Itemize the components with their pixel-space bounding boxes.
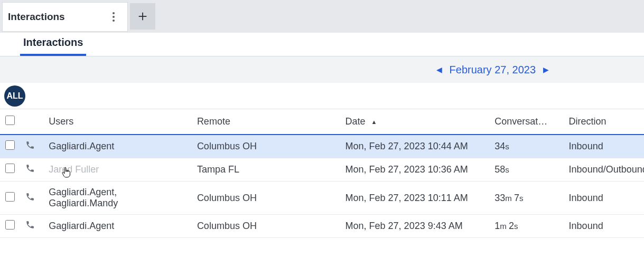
cell-duration: 1m 2s bbox=[490, 215, 564, 238]
date-next-icon[interactable]: ▶ bbox=[543, 65, 549, 74]
phone-icon bbox=[21, 158, 44, 182]
cell-direction: Inbound/Outbound bbox=[565, 158, 644, 182]
row-checkbox[interactable] bbox=[5, 164, 15, 173]
header-conversation[interactable]: Conversat… bbox=[490, 109, 564, 135]
cell-direction: Inbound bbox=[565, 215, 644, 238]
interactions-table: Users Remote Date ▲ Conversat… Direction… bbox=[0, 109, 644, 238]
row-checkbox-cell bbox=[0, 158, 21, 182]
add-tab-button[interactable] bbox=[130, 3, 155, 30]
date-prev-icon[interactable]: ◀ bbox=[436, 65, 442, 74]
cell-date: Mon, Feb 27, 2023 9:43 AM bbox=[341, 215, 491, 238]
plus-icon bbox=[137, 11, 148, 22]
header-checkbox-cell bbox=[0, 109, 21, 135]
cell-direction: Inbound bbox=[565, 182, 644, 215]
row-checkbox-cell bbox=[0, 135, 21, 158]
table-row[interactable]: Gagliardi.Agent, Gagliardi.MandyColumbus… bbox=[0, 182, 644, 215]
tab-strip: Interactions bbox=[0, 0, 644, 33]
select-all-checkbox[interactable] bbox=[5, 116, 15, 125]
filter-all-badge[interactable]: ALL bbox=[4, 85, 25, 107]
table-row[interactable]: Jared FullerTampa FLMon, Feb 27, 2023 10… bbox=[0, 158, 644, 182]
cell-date: Mon, Feb 27, 2023 10:44 AM bbox=[341, 135, 491, 158]
date-current[interactable]: February 27, 2023 bbox=[450, 64, 536, 76]
row-checkbox[interactable] bbox=[5, 220, 15, 230]
date-navigator-bar: ◀ February 27, 2023 ▶ bbox=[0, 56, 644, 83]
phone-icon bbox=[21, 215, 44, 238]
row-checkbox[interactable] bbox=[5, 192, 15, 202]
header-icon-cell bbox=[21, 109, 44, 135]
table-row[interactable]: Gagliardi.AgentColumbus OHMon, Feb 27, 2… bbox=[0, 135, 644, 158]
filter-bar: ALL bbox=[0, 83, 644, 109]
row-checkbox-cell bbox=[0, 182, 21, 215]
cell-duration: 58s bbox=[490, 158, 564, 182]
phone-icon bbox=[21, 182, 44, 215]
header-date-label: Date bbox=[346, 116, 366, 127]
row-checkbox[interactable] bbox=[5, 140, 15, 150]
tab-interactions[interactable]: Interactions bbox=[2, 2, 128, 32]
header-date[interactable]: Date ▲ bbox=[341, 109, 491, 135]
cell-remote: Tampa FL bbox=[193, 158, 341, 182]
table-header-row: Users Remote Date ▲ Conversat… Direction bbox=[0, 109, 644, 135]
cell-users: Jared Fuller bbox=[44, 158, 193, 182]
cell-users: Gagliardi.Agent bbox=[44, 215, 193, 238]
cell-duration: 33m 7s bbox=[490, 182, 564, 215]
date-navigator: ◀ February 27, 2023 ▶ bbox=[436, 64, 549, 76]
cell-users: Gagliardi.Agent, Gagliardi.Mandy bbox=[44, 182, 193, 215]
header-users[interactable]: Users bbox=[44, 109, 193, 135]
sub-nav: Interactions bbox=[0, 33, 644, 56]
tab-menu-icon[interactable] bbox=[107, 11, 120, 23]
cell-date: Mon, Feb 27, 2023 10:36 AM bbox=[341, 158, 491, 182]
cell-remote: Columbus OH bbox=[193, 182, 341, 215]
subtab-interactions[interactable]: Interactions bbox=[20, 32, 86, 56]
cell-date: Mon, Feb 27, 2023 10:11 AM bbox=[341, 182, 491, 215]
header-remote[interactable]: Remote bbox=[193, 109, 341, 135]
tab-title: Interactions bbox=[8, 11, 65, 23]
cell-remote: Columbus OH bbox=[193, 135, 341, 158]
cell-users: Gagliardi.Agent bbox=[44, 135, 193, 158]
cell-direction: Inbound bbox=[565, 135, 644, 158]
cell-duration: 34s bbox=[490, 135, 564, 158]
phone-icon bbox=[21, 135, 44, 158]
row-checkbox-cell bbox=[0, 215, 21, 238]
header-direction[interactable]: Direction bbox=[565, 109, 644, 135]
sort-asc-icon: ▲ bbox=[371, 119, 377, 125]
table-row[interactable]: Gagliardi.AgentColumbus OHMon, Feb 27, 2… bbox=[0, 215, 644, 238]
cell-remote: Columbus OH bbox=[193, 215, 341, 238]
